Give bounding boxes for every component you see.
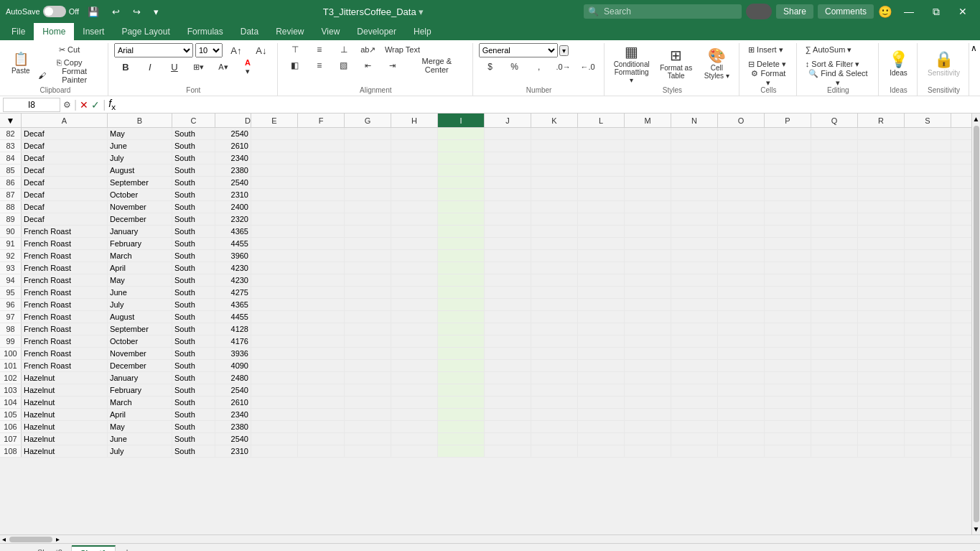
cell-r[interactable] <box>858 433 905 445</box>
cell-p[interactable] <box>765 384 811 396</box>
cell-s[interactable] <box>905 189 951 200</box>
cell-h[interactable] <box>391 213 438 225</box>
cell-t[interactable] <box>951 152 971 164</box>
cell-f[interactable] <box>298 348 345 359</box>
cell-i[interactable] <box>438 311 485 323</box>
cell-m[interactable] <box>625 262 671 274</box>
cell-r[interactable] <box>858 201 905 213</box>
cell-region[interactable]: South <box>172 348 215 359</box>
row-number[interactable]: 92 <box>0 250 22 261</box>
cell-t[interactable] <box>951 384 971 396</box>
cell-k[interactable] <box>531 128 578 139</box>
cell-h[interactable] <box>391 287 438 298</box>
search-input[interactable] <box>584 4 742 19</box>
cell-o[interactable] <box>718 397 765 408</box>
cell-s[interactable] <box>905 262 951 274</box>
cell-i[interactable] <box>438 445 485 457</box>
cell-p[interactable] <box>765 274 811 286</box>
cell-k[interactable] <box>531 445 578 457</box>
row-number[interactable]: 89 <box>0 213 22 225</box>
cell-i[interactable] <box>438 323 485 335</box>
cell-e[interactable] <box>251 409 298 420</box>
cell-t[interactable] <box>951 226 971 237</box>
cell-j[interactable] <box>485 299 531 310</box>
cell-l[interactable] <box>578 189 625 200</box>
cell-p[interactable] <box>765 348 811 359</box>
cell-l[interactable] <box>578 226 625 237</box>
cell-k[interactable] <box>531 238 578 249</box>
cell-region[interactable]: South <box>172 140 215 152</box>
cell-g[interactable] <box>345 421 391 432</box>
save-button[interactable]: 💾 <box>83 5 103 19</box>
cell-q[interactable] <box>811 274 858 286</box>
tab-review[interactable]: Review <box>267 23 312 40</box>
cell-h[interactable] <box>391 201 438 213</box>
cell-o[interactable] <box>718 421 765 432</box>
cell-m[interactable] <box>625 287 671 298</box>
cell-month[interactable]: January <box>108 372 172 384</box>
cell-i[interactable] <box>438 128 485 139</box>
cell-o[interactable] <box>718 189 765 200</box>
cell-j[interactable] <box>485 226 531 237</box>
cell-value[interactable]: 4230 <box>215 274 251 286</box>
cell-l[interactable] <box>578 397 625 408</box>
cell-o[interactable] <box>718 152 765 164</box>
cell-g[interactable] <box>345 384 391 396</box>
cell-e[interactable] <box>251 165 298 176</box>
cell-i[interactable] <box>438 384 485 396</box>
insert-button[interactable]: ⊞ Insert ▾ <box>745 43 786 56</box>
cell-s[interactable] <box>905 323 951 335</box>
cell-s[interactable] <box>905 360 951 371</box>
align-top-button[interactable]: ⊤ <box>284 43 307 56</box>
cell-l[interactable] <box>578 152 625 164</box>
cell-q[interactable] <box>811 201 858 213</box>
cell-r[interactable] <box>858 226 905 237</box>
cell-i[interactable] <box>438 335 485 347</box>
cell-t[interactable] <box>951 421 971 432</box>
cell-e[interactable] <box>251 250 298 261</box>
cell-month[interactable]: June <box>108 287 172 298</box>
cell-q[interactable] <box>811 384 858 396</box>
cell-t[interactable] <box>951 213 971 225</box>
row-number[interactable]: 103 <box>0 384 22 396</box>
cell-j[interactable] <box>485 445 531 457</box>
cell-product[interactable]: French Roast <box>22 262 108 274</box>
font-family-select[interactable]: Arial <box>114 43 193 57</box>
cell-k[interactable] <box>531 384 578 396</box>
cell-n[interactable] <box>671 201 718 213</box>
cell-l[interactable] <box>578 445 625 457</box>
increase-indent-button[interactable]: ⇥ <box>381 59 404 72</box>
paste-button[interactable]: 📋 Paste <box>7 43 34 83</box>
row-number[interactable]: 96 <box>0 299 22 310</box>
cell-value[interactable]: 4275 <box>215 287 251 298</box>
col-header-q[interactable]: Q <box>811 114 858 127</box>
cell-k[interactable] <box>531 397 578 408</box>
cell-s[interactable] <box>905 372 951 384</box>
cell-j[interactable] <box>485 421 531 432</box>
cell-m[interactable] <box>625 372 671 384</box>
cell-n[interactable] <box>671 335 718 347</box>
cell-i[interactable] <box>438 287 485 298</box>
decrease-indent-button[interactable]: ⇤ <box>357 59 380 72</box>
cell-i[interactable] <box>438 262 485 274</box>
text-direction-button[interactable]: ab↗ <box>357 43 380 56</box>
cell-q[interactable] <box>811 213 858 225</box>
cell-k[interactable] <box>531 177 578 188</box>
cell-e[interactable] <box>251 384 298 396</box>
cell-i[interactable] <box>438 201 485 213</box>
cell-k[interactable] <box>531 409 578 420</box>
cell-region[interactable]: South <box>172 201 215 213</box>
row-number[interactable]: 93 <box>0 262 22 274</box>
cell-n[interactable] <box>671 177 718 188</box>
row-number[interactable]: 95 <box>0 287 22 298</box>
cell-p[interactable] <box>765 421 811 432</box>
cell-k[interactable] <box>531 360 578 371</box>
col-header-j[interactable]: J <box>485 114 531 127</box>
cut-button[interactable]: ✂Cut <box>35 43 103 56</box>
col-header-p[interactable]: P <box>765 114 811 127</box>
cell-o[interactable] <box>718 250 765 261</box>
scrollbar-thumb[interactable] <box>974 126 979 522</box>
cell-value[interactable]: 2400 <box>215 201 251 213</box>
row-number[interactable]: 101 <box>0 360 22 371</box>
cell-k[interactable] <box>531 226 578 237</box>
